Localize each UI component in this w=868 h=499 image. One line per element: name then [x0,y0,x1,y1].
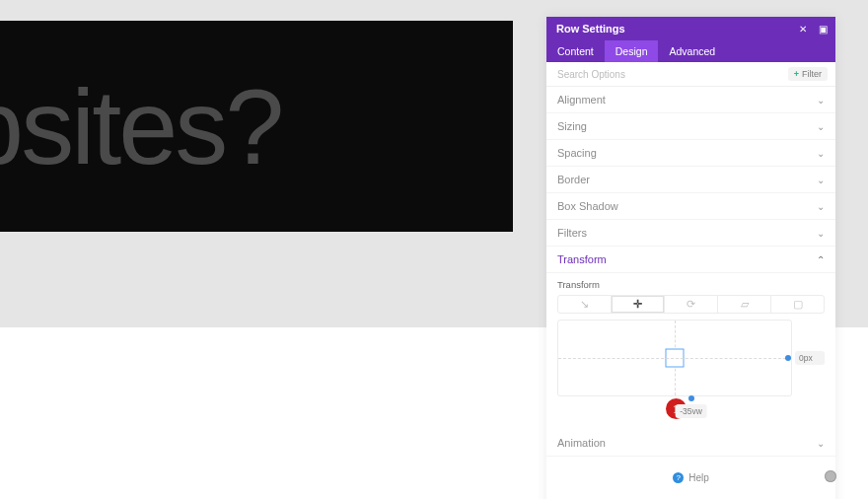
section-sizing[interactable]: Sizing ⌄ [546,113,835,140]
section-filters[interactable]: Filters ⌄ [546,220,835,247]
section-alignment[interactable]: Alignment ⌄ [546,87,835,113]
chevron-down-icon: ⌄ [817,121,825,132]
sections: Alignment ⌄ Sizing ⌄ Spacing ⌄ Border ⌄ … [546,87,835,273]
panel-title: Row Settings [556,23,625,35]
section-transform[interactable]: Transform ⌃ [546,247,835,273]
transform-origin-icon[interactable]: ▢ [771,296,824,313]
transform-body: Transform ↘ ✛ ⟳ ▱ ▢ 0px 1 -35vw [546,273,835,430]
plus-icon: + [794,69,799,79]
section-label: Transform [557,253,607,265]
search-row: Search Options + Filter [546,62,835,87]
tab-advanced[interactable]: Advanced [658,40,726,62]
chevron-down-icon: ⌄ [817,175,825,185]
tab-content[interactable]: Content [546,40,605,62]
transform-rotate-icon[interactable]: ⟳ [665,296,718,313]
help-link[interactable]: ? Help [673,472,709,483]
chevron-down-icon: ⌄ [817,201,825,212]
transform-x-field[interactable]: 0px [795,351,825,365]
filter-button[interactable]: + Filter [788,67,828,81]
tab-design[interactable]: Design [605,40,659,62]
section-animation[interactable]: Animation ⌄ [546,430,835,457]
canvas-hero: /ebsites? [0,21,513,232]
chevron-down-icon: ⌄ [817,148,825,159]
transform-x-input[interactable]: 0px [785,351,825,365]
transform-y-field[interactable]: -35vw [675,404,707,418]
expand-icon[interactable]: ▣ [816,22,830,36]
help-row: ? Help [546,457,835,499]
tabs: Content Design Advanced [546,40,835,62]
search-input[interactable]: Search Options [557,69,625,80]
section-border[interactable]: Border ⌄ [546,167,835,193]
transform-skew-icon[interactable]: ▱ [718,296,771,313]
transform-scale-icon[interactable]: ↘ [558,296,612,313]
transform-canvas-wrap: 0px [557,320,825,396]
section-spacing[interactable]: Spacing ⌄ [546,140,835,167]
hero-text: /ebsites? [0,65,281,188]
section-label: Animation [557,437,606,449]
help-icon: ? [673,472,684,483]
transform-canvas[interactable] [557,320,792,396]
panel-header[interactable]: Row Settings ✕ ▣ [546,17,835,40]
chevron-down-icon: ⌄ [817,438,825,449]
section-label: Filters [557,227,587,239]
transform-handle[interactable] [666,349,685,368]
transform-sublabel: Transform [557,279,825,290]
transform-toolbar: ↘ ✛ ⟳ ▱ ▢ [557,295,825,314]
resize-handle[interactable] [825,470,836,482]
section-label: Border [557,174,590,185]
chevron-down-icon: ⌄ [817,95,825,106]
section-label: Spacing [557,147,597,159]
row-settings-panel: Row Settings ✕ ▣ Content Design Advanced… [546,17,835,499]
filter-label: Filter [802,69,822,79]
chevron-up-icon: ⌃ [817,254,825,265]
section-box-shadow[interactable]: Box Shadow ⌄ [546,193,835,220]
section-label: Box Shadow [557,200,618,212]
transform-translate-icon[interactable]: ✛ [612,296,665,313]
slider-dot-icon[interactable] [785,355,791,361]
panel-header-icons: ✕ ▣ [796,22,830,36]
slider-dot-icon[interactable] [688,395,694,401]
chevron-down-icon: ⌄ [817,228,825,239]
section-label: Alignment [557,94,606,106]
section-label: Sizing [557,120,587,132]
help-label: Help [688,472,709,483]
transform-y-input[interactable]: 1 -35vw [557,398,825,420]
close-icon[interactable]: ✕ [796,22,810,36]
